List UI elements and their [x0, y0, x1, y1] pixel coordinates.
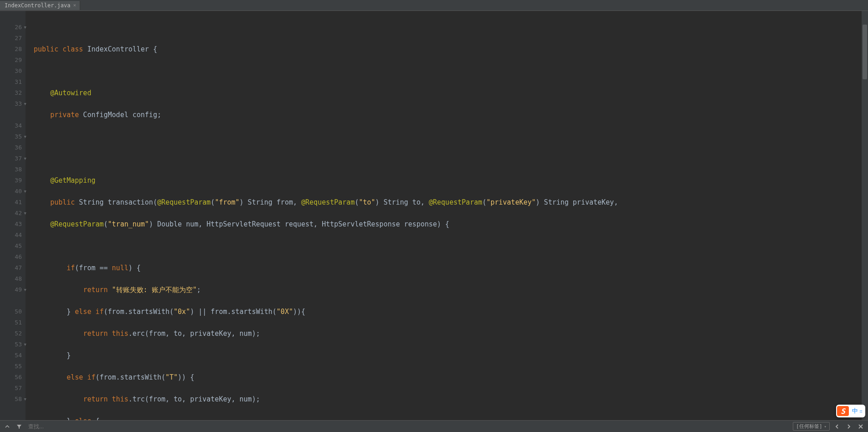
line-number: 43: [0, 219, 22, 230]
line-number: 41: [0, 197, 22, 208]
line-number: 53: [0, 339, 22, 350]
line-number: 27: [0, 33, 22, 44]
next-result-icon[interactable]: [844, 422, 853, 431]
line-number: 36: [0, 142, 22, 153]
line-gutter: 2627282930313233343536373839404142434445…: [0, 11, 26, 420]
line-number: 54: [0, 350, 22, 361]
line-number: 39: [0, 175, 22, 186]
line-number: 42: [0, 208, 22, 219]
prev-result-icon[interactable]: [832, 422, 842, 431]
line-number: [0, 11, 22, 22]
line-number: 52: [0, 328, 22, 339]
line-number: 57: [0, 383, 22, 394]
line-number: 28: [0, 44, 22, 55]
line-number: 45: [0, 241, 22, 252]
line-number: [0, 295, 22, 306]
tab-filename: IndexController.java: [5, 2, 71, 9]
line-number: 44: [0, 230, 22, 241]
ime-indicator[interactable]: S 中∷: [836, 405, 865, 417]
line-number: 35: [0, 131, 22, 142]
line-number: 37: [0, 153, 22, 164]
line-number: 58: [0, 394, 22, 405]
file-tab[interactable]: IndexController.java ×: [0, 1, 80, 10]
line-number: 40: [0, 186, 22, 197]
scrollbar-thumb[interactable]: [863, 25, 867, 79]
ime-language: 中∷: [849, 407, 865, 415]
code-area[interactable]: public class IndexController { @Autowire…: [26, 11, 868, 420]
line-number: 46: [0, 252, 22, 262]
line-number: [0, 109, 22, 120]
line-number: 48: [0, 273, 22, 284]
code-editor[interactable]: 2627282930313233343536373839404142434445…: [0, 11, 868, 420]
vertical-scrollbar[interactable]: [862, 11, 868, 420]
filter-icon[interactable]: [15, 422, 24, 431]
line-number: 51: [0, 317, 22, 328]
line-number: 34: [0, 120, 22, 131]
status-bar: [任何标签]: [0, 420, 868, 432]
line-number: 33: [0, 98, 22, 109]
line-number: 56: [0, 372, 22, 383]
close-icon[interactable]: ×: [73, 2, 77, 8]
line-number: 38: [0, 164, 22, 175]
close-search-icon[interactable]: [856, 422, 865, 431]
line-number: 50: [0, 306, 22, 317]
line-number: 32: [0, 87, 22, 98]
line-number: 55: [0, 361, 22, 372]
tag-filter-dropdown[interactable]: [任何标签]: [793, 422, 830, 431]
line-number: 30: [0, 66, 22, 77]
collapse-up-icon[interactable]: [3, 422, 12, 431]
search-input[interactable]: [26, 422, 790, 431]
line-number: 47: [0, 262, 22, 273]
line-number: 29: [0, 55, 22, 66]
line-number: 49: [0, 284, 22, 295]
sogou-logo-icon: S: [837, 406, 849, 416]
line-number: 26: [0, 22, 22, 33]
tab-bar: IndexController.java ×: [0, 0, 868, 11]
line-number: 31: [0, 77, 22, 87]
